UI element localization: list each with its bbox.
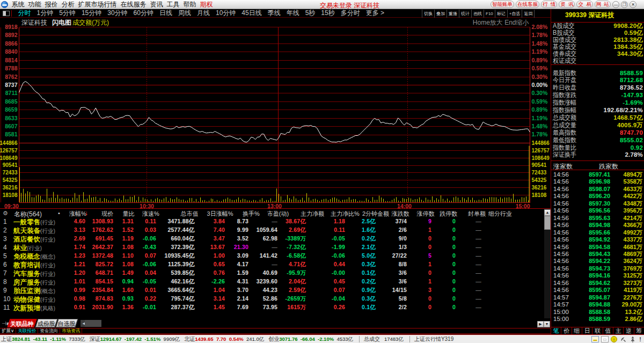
close-icon[interactable]: ✕ — [630, 1, 636, 8]
satellite-icon[interactable] — [619, 336, 627, 342]
period-年线[interactable]: 年线 — [283, 9, 302, 18]
table-row[interactable]: 8房产服务(行业)1.01854.150.94-0.05462.16亿-2.26… — [0, 278, 544, 287]
table-row[interactable]: 5免税概念(概念)1.231372.481.100.0710935.45亿1.0… — [0, 252, 544, 261]
panel-tab-日[interactable]: 日 — [582, 327, 592, 334]
link-扩展∨[interactable]: 扩展∨ — [0, 329, 16, 333]
tick-price: 8595.66 — [567, 229, 610, 237]
index-stat-row: 最新指数8588.59 — [551, 70, 644, 77]
link-市场资讯[interactable]: 市场资讯 — [60, 329, 82, 333]
table-row[interactable]: 3酒店餐饮(行业)2.69691.451.19-0.06660.04亿3.473… — [0, 235, 544, 244]
header-button-行情[interactable]: 行 情 — [541, 1, 557, 8]
action-重播[interactable]: 重播 — [447, 10, 459, 18]
window-min-icon[interactable]: ▬ — [591, 336, 599, 342]
menu-item-报价[interactable]: 报价 — [43, 0, 60, 9]
signal-tower-icon[interactable] — [629, 336, 636, 342]
header-button-智能账单[interactable]: 智能账单 — [491, 1, 514, 8]
panel-tab-主[interactable]: 主 — [613, 327, 624, 334]
menu-item-功能[interactable]: 功能 — [26, 0, 43, 9]
action-叠加[interactable]: 叠加 — [434, 10, 447, 18]
layout-split-icon[interactable] — [3, 11, 10, 16]
tick-time: 14:56 — [553, 229, 569, 237]
panel-tab-逆[interactable]: 逆 — [624, 327, 634, 334]
tab-成份股[interactable]: 成份股 — [35, 319, 57, 327]
action-F10[interactable]: F10 — [484, 10, 495, 18]
header-button-资讯[interactable]: 资 讯 — [559, 1, 575, 8]
action-切换[interactable]: 切换 — [422, 10, 434, 18]
period-30分钟[interactable]: 30分钟 — [105, 9, 130, 18]
coin-up-icon[interactable]: ↑ — [611, 336, 617, 342]
menu-item-options[interactable]: 期权 — [198, 0, 215, 9]
alert-icon[interactable]: ! — [639, 336, 642, 342]
table-row[interactable]: 1一般零售(行业)4.601308.931.310.113471.88亿3.84… — [0, 218, 544, 227]
action-+自选[interactable]: +自选 — [507, 10, 522, 18]
panel-tabs: 笔价细日联值主逆筹 — [551, 327, 644, 334]
svg-text:144866: 144866 — [0, 140, 18, 146]
table-row[interactable]: 9胎压监测(概念)0.992354.841.600.013665.64亿1.04… — [0, 287, 544, 295]
menu-item-系统[interactable]: 系统 — [10, 0, 26, 9]
period-更多 >[interactable]: 更多 > — [363, 9, 387, 18]
panel-tab-联[interactable]: 联 — [592, 327, 603, 334]
column-header-细分行业[interactable]: 细分行业 — [488, 210, 512, 218]
panel-tab-值[interactable]: 值 — [603, 327, 613, 334]
scroll-down-icon[interactable]: ▼ — [544, 321, 550, 327]
panel-tab-细[interactable]: 细 — [572, 327, 582, 334]
period-1分钟[interactable]: 1分钟 — [34, 9, 56, 18]
scroll-up-icon[interactable]: ▲ — [544, 209, 551, 216]
period-5分钟[interactable]: 5分钟 — [56, 9, 79, 18]
period-分时[interactable]: 分时 — [15, 9, 34, 18]
action-返回[interactable]: 返回 — [522, 10, 535, 18]
period-周线[interactable]: 周线 — [175, 9, 194, 18]
panel-value: 192.68/2.21% — [604, 107, 643, 114]
table-row[interactable]: 10动物保健(行业)0.98874.830.930.22795.74亿3.142… — [0, 295, 544, 304]
table-row[interactable]: 6教育培训(行业)1.21825.721.08-0.061125.39亿0.65… — [0, 261, 544, 269]
table-row[interactable]: 7汽车服务(行业)1.20648.711.490.04539.85亿0.761.… — [0, 269, 544, 278]
menu-item-分析[interactable]: 分析 — [60, 0, 76, 9]
tab-关联品种[interactable]: 关联品种 — [7, 319, 36, 327]
period-月线[interactable]: 月线 — [194, 9, 213, 18]
table-row[interactable]: 4林业(行业)1.742642.371.08-0.43372.39亿13.672… — [0, 244, 544, 252]
period-日线[interactable]: 日线 — [156, 9, 175, 18]
index-stat-row: 总成交额1468.57亿 — [551, 114, 644, 121]
menu-item-扩展市场行情[interactable]: 扩展市场行情 — [76, 0, 119, 9]
minimize-icon[interactable]: — — [612, 1, 619, 8]
scrollbar-thumb[interactable] — [544, 216, 551, 230]
table-vertical-scrollbar[interactable]: ▲ — [544, 209, 551, 319]
index-quote-创业: 创业3071.76 -66.04 -2.10% 4533亿 — [268, 335, 353, 343]
panel-tab-筹[interactable]: 筹 — [634, 327, 644, 334]
gear-icon[interactable]: ⚙ — [3, 210, 8, 217]
header-button-交易[interactable]: 交 易 — [576, 1, 592, 8]
period-15秒[interactable]: 15秒 — [318, 9, 338, 18]
action-统计[interactable]: 统计 — [459, 10, 471, 18]
window-plain-icon[interactable]: ▭ — [601, 336, 609, 342]
menu-item-在线服务[interactable]: 在线服务 — [119, 0, 148, 9]
link-资金流向[interactable]: 资金流向 — [38, 329, 60, 333]
table-row[interactable]: 11次新预增(风格)0.912031.901.36-0.01287.37亿1.4… — [0, 304, 544, 312]
restore-icon[interactable]: ❐ — [621, 1, 628, 8]
scroll-right-icon[interactable]: ▶ — [537, 321, 544, 327]
menu-item-资讯[interactable]: 资讯 — [148, 0, 165, 9]
panel-tab-笔[interactable]: 笔 — [551, 327, 561, 334]
svg-text:8659: 8659 — [5, 106, 18, 113]
period-15分钟[interactable]: 15分钟 — [78, 9, 104, 18]
period-45日线[interactable]: 45日线 — [239, 9, 265, 18]
header-button-网站[interactable]: 网 站 — [595, 1, 611, 8]
action-标记[interactable]: 标记 — [495, 10, 507, 18]
menu-item-帮助[interactable]: 帮助 — [181, 0, 198, 9]
svg-text:8685: 8685 — [5, 98, 18, 105]
menu-items: 系统功能报价分析扩展市场行情在线服务资讯工具帮助 — [10, 0, 198, 9]
period-60分钟[interactable]: 60分钟 — [130, 9, 156, 18]
period-季线[interactable]: 季线 — [265, 9, 283, 18]
menu-item-工具[interactable]: 工具 — [165, 0, 181, 9]
tick-price: 8595.07 — [567, 287, 610, 294]
panel-tab-价[interactable]: 价 — [561, 327, 572, 334]
period-5秒[interactable]: 5秒 — [302, 9, 318, 18]
table-header: ⚙名称(564)•涨幅%↓现价量比涨速%总市值3日涨幅%换手%市盈(动)主力净额… — [0, 209, 544, 218]
tab-scrollbar-thumb[interactable] — [85, 320, 101, 327]
link-关联报价[interactable]: 关联报价 — [16, 329, 38, 333]
action-画线[interactable]: 画线 — [471, 10, 484, 18]
period-10分钟[interactable]: 10分钟 — [213, 9, 238, 18]
period-多分时[interactable]: 多分时 — [338, 9, 363, 18]
header-button-在线客服[interactable]: 在线客服 — [516, 1, 539, 8]
tab-自选股[interactable]: 自选股 — [55, 319, 78, 327]
table-row[interactable]: 2航天装备(行业)3.131762.621.520.032577.44亿7.40… — [0, 227, 544, 235]
